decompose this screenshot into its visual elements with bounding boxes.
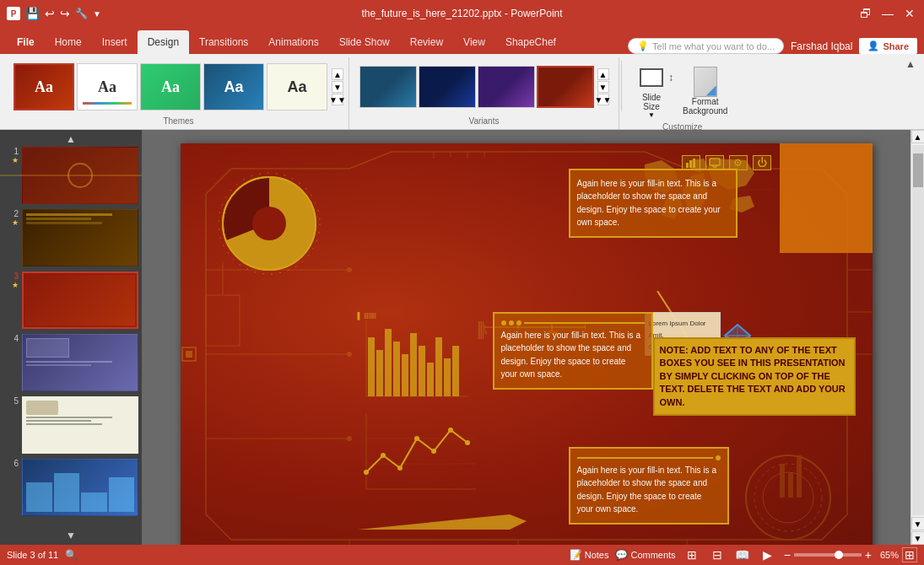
- note-box[interactable]: NOTE: ADD TEXT TO ANY OF THE TEXT BOXES …: [653, 337, 856, 416]
- ribbon-content: Aa Aa Aa Aa Aa ▲ ▼ ▼▼: [0, 54, 924, 130]
- slide-thumb-2[interactable]: [22, 209, 138, 266]
- slide-panel-scroll-up[interactable]: ▲: [3, 133, 138, 145]
- comments-button[interactable]: 💬 Comments: [615, 549, 675, 561]
- svg-rect-76: [186, 351, 192, 358]
- tab-home[interactable]: Home: [45, 30, 92, 54]
- ribbon-collapse-button[interactable]: ▲: [904, 57, 917, 71]
- slide-canvas[interactable]: ⚙ ⏻: [181, 143, 873, 545]
- zoom-slider[interactable]: [794, 553, 862, 557]
- slide-item-4[interactable]: 4: [3, 334, 138, 391]
- slide-size-button[interactable]: ↕ Slide Size ▼: [630, 61, 673, 122]
- status-bar: Slide 3 of 11 🔍 📝 Notes 💬 Comments ⊞ ⊟ 📖…: [0, 545, 924, 565]
- title-bar-left: P 💾 ↩ ↪ 🔧 ▼: [7, 7, 101, 20]
- svg-point-4: [347, 352, 352, 357]
- format-background-icon: [692, 68, 719, 95]
- scroll-track[interactable]: [912, 145, 924, 515]
- tab-view[interactable]: View: [453, 30, 495, 54]
- svg-marker-67: [358, 514, 527, 530]
- slide-size-icon: ↕: [638, 64, 665, 91]
- theme-5[interactable]: Aa: [267, 63, 327, 110]
- svg-point-3: [347, 267, 352, 272]
- slide-sorter-button[interactable]: ⊟: [708, 547, 727, 562]
- zoom-in-button[interactable]: +: [865, 548, 872, 562]
- slide-item-1[interactable]: 1 ★: [3, 147, 138, 204]
- variant-scroll-more[interactable]: ▼▼: [597, 94, 609, 105]
- theme-2[interactable]: Aa: [77, 63, 138, 110]
- normal-view-button[interactable]: ⊞: [683, 547, 701, 562]
- text-box-3[interactable]: Again here is your fill-in text. This is…: [569, 447, 729, 525]
- tab-review[interactable]: Review: [400, 30, 453, 54]
- format-background-button[interactable]: Format Background: [676, 65, 734, 119]
- theme-scroll-down[interactable]: ▼: [332, 81, 343, 93]
- variant-4[interactable]: [537, 66, 594, 108]
- variant-2[interactable]: [419, 66, 476, 108]
- variant-3[interactable]: [478, 66, 535, 108]
- themes-row: Aa Aa Aa Aa Aa ▲ ▼ ▼▼: [14, 57, 343, 116]
- ribbon-group-variants: ▲ ▼ ▼▼ Variants: [349, 57, 619, 129]
- svg-rect-53: [435, 337, 442, 396]
- svg-point-64: [431, 449, 436, 454]
- undo-icon[interactable]: ↩: [45, 7, 55, 20]
- zoom-out-button[interactable]: −: [784, 548, 791, 562]
- scroll-up-button[interactable]: ▲: [911, 130, 925, 143]
- notes-button[interactable]: 📝 Notes: [570, 549, 609, 561]
- slide-thumb-1[interactable]: [22, 147, 138, 204]
- minimize-button[interactable]: —: [880, 6, 895, 21]
- themes-label: Themes: [163, 116, 193, 129]
- scale-bar: 0 500: [484, 320, 586, 334]
- theme-scroll-more[interactable]: ▼▼: [332, 94, 343, 105]
- scroll-bottom-button[interactable]: ▼: [911, 531, 925, 545]
- zoom-level: 65%: [875, 550, 899, 560]
- tab-insert[interactable]: Insert: [92, 30, 138, 54]
- fit-button[interactable]: ⊞: [902, 547, 917, 562]
- svg-text:500: 500: [548, 330, 558, 334]
- share-button[interactable]: 👤 Share: [859, 38, 917, 54]
- save-icon[interactable]: 💾: [25, 7, 40, 20]
- pie-chart: [214, 169, 324, 281]
- slide-size-dropdown-icon: ▼: [648, 111, 655, 119]
- scroll-down-button[interactable]: ▼: [911, 517, 925, 530]
- restore-button[interactable]: 🗗: [858, 6, 873, 21]
- theme-3[interactable]: Aa: [140, 63, 201, 110]
- text-box-2-content: Again here is your fill-in text. This is…: [501, 331, 640, 379]
- customize-buttons: ↕ Slide Size ▼ Format Background: [630, 57, 734, 122]
- slide-item-3[interactable]: 3 ★: [3, 272, 138, 329]
- tab-shapechef[interactable]: ShapeChef: [495, 30, 566, 54]
- slide-1-star: ★: [12, 156, 19, 164]
- theme-scroll-up[interactable]: ▲: [332, 68, 343, 80]
- tab-animations[interactable]: Animations: [258, 30, 328, 54]
- slide-item-5[interactable]: 5: [3, 396, 138, 454]
- slide-thumb-4[interactable]: [22, 334, 138, 391]
- slide-4-number: 4: [14, 334, 19, 343]
- tell-me-bar[interactable]: 💡 Tell me what you want to do...: [628, 38, 784, 54]
- text-box-1[interactable]: Again here is your fill-in text. This is…: [569, 169, 738, 238]
- scroll-thumb[interactable]: [913, 153, 923, 187]
- tab-design[interactable]: Design: [138, 30, 189, 54]
- theme-1[interactable]: Aa: [14, 63, 74, 110]
- text-box-3-dot-bar: [577, 455, 721, 460]
- theme-4[interactable]: Aa: [203, 63, 264, 110]
- zoom-slider-thumb[interactable]: [835, 551, 843, 559]
- theme-scroll[interactable]: ▲ ▼ ▼▼: [332, 68, 343, 105]
- tab-slideshow[interactable]: Slide Show: [329, 30, 400, 54]
- svg-rect-55: [452, 346, 459, 396]
- slide-thumb-5[interactable]: [22, 396, 138, 454]
- redo-icon[interactable]: ↪: [60, 7, 70, 20]
- dropdown-arrow-icon[interactable]: ▼: [93, 9, 101, 19]
- variant-scroll-down[interactable]: ▼: [597, 81, 609, 93]
- slideshow-button[interactable]: ▶: [759, 547, 777, 562]
- variant-scroll-up[interactable]: ▲: [597, 68, 609, 80]
- close-button[interactable]: ✕: [902, 6, 917, 21]
- slide-item-6[interactable]: 6: [3, 459, 138, 516]
- variant-1[interactable]: [359, 66, 417, 108]
- variant-scroll[interactable]: ▲ ▼ ▼▼: [597, 68, 609, 105]
- slide-thumb-3[interactable]: [22, 272, 138, 329]
- reading-view-button[interactable]: 📖: [733, 547, 752, 562]
- slide-item-2[interactable]: 2 ★: [3, 209, 138, 266]
- slide-panel-scroll-down[interactable]: ▼: [3, 526, 138, 541]
- tab-file[interactable]: File: [7, 30, 45, 54]
- slide-thumb-6[interactable]: [22, 459, 138, 516]
- tab-transitions[interactable]: Transitions: [189, 30, 258, 54]
- app-icon: P: [7, 7, 20, 20]
- customize-icon[interactable]: 🔧: [75, 8, 88, 19]
